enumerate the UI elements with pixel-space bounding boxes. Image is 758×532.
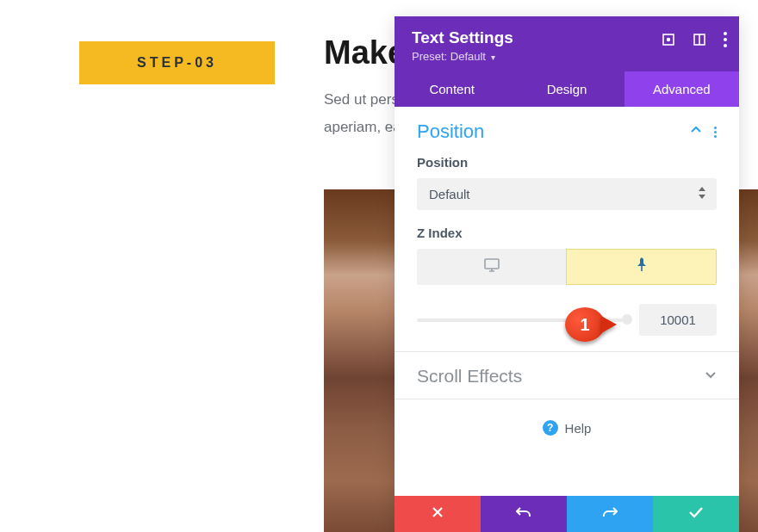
section-kebab-icon[interactable] bbox=[714, 127, 717, 138]
undo-button[interactable] bbox=[481, 496, 567, 532]
save-button[interactable] bbox=[653, 496, 739, 532]
close-icon bbox=[431, 505, 444, 523]
svg-rect-6 bbox=[485, 259, 499, 269]
zindex-value-input[interactable] bbox=[639, 304, 717, 336]
step-badge-label: STEP-03 bbox=[137, 55, 217, 71]
cancel-button[interactable] bbox=[395, 496, 481, 532]
step-badge: STEP-03 bbox=[79, 41, 275, 84]
preset-label: Preset: Default bbox=[412, 50, 486, 63]
help-label: Help bbox=[565, 421, 592, 436]
pin-icon bbox=[636, 257, 648, 276]
panel-tabs: Content Design Advanced bbox=[395, 71, 739, 107]
position-label: Position bbox=[417, 155, 717, 170]
position-select[interactable] bbox=[417, 178, 717, 210]
section-header-scroll[interactable]: Scroll Effects bbox=[395, 352, 739, 399]
tab-advanced[interactable]: Advanced bbox=[624, 71, 739, 107]
section-title-position: Position bbox=[417, 121, 484, 143]
chevron-down-icon bbox=[705, 368, 717, 384]
position-select-value[interactable] bbox=[417, 178, 717, 210]
settings-panel: Text Settings Preset: Default ▾ Content … bbox=[395, 16, 739, 532]
zindex-toggle bbox=[417, 249, 717, 285]
check-icon bbox=[688, 506, 704, 522]
section-title-scroll: Scroll Effects bbox=[417, 366, 522, 387]
expand-icon[interactable] bbox=[662, 33, 675, 46]
columns-icon[interactable] bbox=[693, 33, 706, 46]
desktop-icon bbox=[483, 257, 500, 276]
tab-design[interactable]: Design bbox=[509, 71, 624, 107]
page-heading: Make bbox=[324, 34, 406, 71]
zindex-label: Z Index bbox=[417, 226, 717, 240]
toggle-desktop[interactable] bbox=[417, 249, 566, 285]
annotation-callout: 1 bbox=[565, 307, 617, 342]
caret-down-icon: ▾ bbox=[491, 53, 495, 62]
redo-icon bbox=[602, 505, 618, 523]
tab-content[interactable]: Content bbox=[395, 71, 509, 107]
chevron-up-icon bbox=[690, 124, 702, 139]
panel-header: Text Settings Preset: Default ▾ bbox=[395, 16, 739, 71]
svg-point-1 bbox=[668, 39, 670, 41]
redo-button[interactable] bbox=[567, 496, 653, 532]
preset-selector[interactable]: Preset: Default ▾ bbox=[412, 50, 722, 63]
help-row[interactable]: ? Help bbox=[395, 399, 739, 446]
callout-badge: 1 bbox=[565, 307, 605, 342]
kebab-icon[interactable] bbox=[724, 32, 727, 47]
panel-body: Position Position bbox=[395, 107, 739, 496]
help-icon: ? bbox=[543, 420, 558, 436]
callout-number: 1 bbox=[580, 315, 589, 335]
toggle-pin[interactable] bbox=[566, 249, 717, 285]
callout-tail bbox=[601, 316, 617, 333]
undo-icon bbox=[516, 505, 531, 523]
panel-footer bbox=[395, 496, 739, 532]
section-scroll-effects: Scroll Effects bbox=[395, 352, 739, 399]
section-header-position[interactable]: Position bbox=[395, 107, 739, 155]
svg-rect-9 bbox=[641, 266, 643, 271]
